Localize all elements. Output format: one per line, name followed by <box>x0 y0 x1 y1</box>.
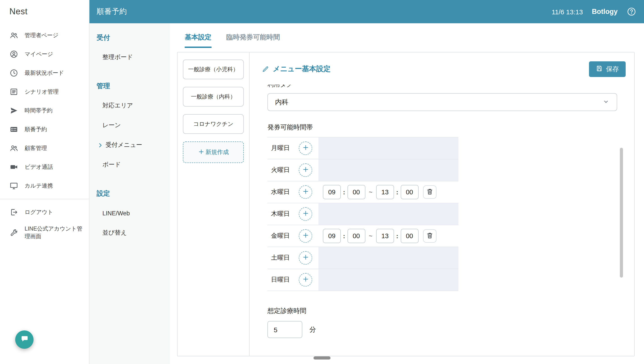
day-row-tuesday: 火曜日 <box>268 159 458 181</box>
app-window: Nest 管理者ページ マイページ 最新状況ボード シナリオ管理 時間帯予約 <box>0 0 644 364</box>
chat-bubble-icon <box>20 334 29 345</box>
plus-icon <box>302 232 309 240</box>
day-slot-area: : ~ : <box>318 225 458 247</box>
sidebar-item-video-call[interactable]: ビデオ通話 <box>0 158 89 176</box>
day-slot-area: : ~ : <box>318 181 458 203</box>
subnav-item-label: 受付メニュー <box>106 141 142 149</box>
from-minute-input[interactable] <box>347 229 365 243</box>
trash-icon <box>426 187 434 197</box>
sidebar-item-label: ビデオ通話 <box>24 163 53 171</box>
sidebar-item-label: 管理者ページ <box>24 32 58 39</box>
add-slot-button-tuesday[interactable] <box>299 163 312 177</box>
to-hour-input[interactable] <box>376 229 394 243</box>
day-slot-area <box>318 203 458 225</box>
wrench-icon <box>10 228 18 237</box>
list-icon <box>10 87 18 96</box>
sidebar-item-customer-management[interactable]: 顧客管理 <box>0 139 89 158</box>
day-slot-area <box>318 247 458 269</box>
subnav-heading-reception: 受付 <box>96 28 170 48</box>
subnav-item-response-area[interactable]: 対応エリア <box>96 96 170 115</box>
sidebar-item-label: 順番予約 <box>24 126 47 133</box>
add-slot-button-monday[interactable] <box>299 141 312 155</box>
person-circle-icon <box>10 50 18 59</box>
chevron-down-icon <box>602 98 610 106</box>
department-select[interactable]: 内科 <box>268 93 617 111</box>
from-hour-input[interactable] <box>323 229 341 243</box>
clock-icon <box>10 69 18 77</box>
primary-sidebar: Nest 管理者ページ マイページ 最新状況ボード シナリオ管理 時間帯予約 <box>0 0 90 364</box>
settings-panel: 一般診療（小児科） 一般診療（内科） コロナワクチン 新規作成 メニュー基本設定… <box>177 52 634 356</box>
tab-basic-settings[interactable]: 基本設定 <box>185 33 212 48</box>
delete-slot-button-friday[interactable] <box>423 229 436 243</box>
day-slot-area <box>318 159 458 181</box>
primary-nav: 管理者ページ マイページ 最新状況ボード シナリオ管理 時間帯予約 順番予約 <box>0 26 89 244</box>
chevron-right-icon <box>97 142 104 148</box>
day-label: 土曜日 <box>268 254 296 262</box>
subnav-item-sort[interactable]: 並び替え <box>96 223 170 243</box>
subnav-item-line-web[interactable]: LINE/Web <box>96 203 170 223</box>
menu-item-corona-vaccine[interactable]: コロナワクチン <box>183 114 244 134</box>
horizontal-scrollbar-thumb[interactable] <box>314 356 330 359</box>
sidebar-item-queue-reservation[interactable]: 順番予約 <box>0 120 89 139</box>
subnav-heading-settings: 設定 <box>96 184 170 203</box>
subnav-item-seiri-board[interactable]: 整理ボード <box>96 48 170 67</box>
sidebar-item-label: LINE公式アカウント管理画面 <box>24 225 83 240</box>
add-slot-button-thursday[interactable] <box>299 207 312 221</box>
create-new-menu-button[interactable]: 新規作成 <box>183 141 244 163</box>
app-logo: Nest <box>0 0 89 23</box>
plus-icon <box>302 210 309 218</box>
subnav-item-reception-menu[interactable]: 受付メニュー <box>96 135 170 155</box>
duration-row: 分 <box>268 321 617 338</box>
duration-input[interactable] <box>268 321 302 338</box>
subnav-heading-management: 管理 <box>96 76 170 96</box>
sidebar-item-karte-link[interactable]: カルテ連携 <box>0 176 89 195</box>
sidebar-item-status-board[interactable]: 最新状況ボード <box>0 64 89 82</box>
plus-icon <box>302 144 309 152</box>
from-minute-input[interactable] <box>347 185 365 199</box>
help-button[interactable] <box>626 7 636 17</box>
to-hour-input[interactable] <box>376 185 394 199</box>
save-button[interactable]: 保存 <box>589 61 626 77</box>
sidebar-item-label: 顧客管理 <box>24 144 47 152</box>
settings-scroll-area[interactable]: 利用タグ 内科 発券可能時間帯 月曜日 <box>268 85 617 356</box>
pencil-icon <box>262 65 269 73</box>
sidebar-divider <box>0 199 89 199</box>
delete-slot-button-wednesday[interactable] <box>423 185 436 199</box>
sidebar-item-label: 最新状況ボード <box>24 69 64 77</box>
day-label: 金曜日 <box>268 232 296 240</box>
time-colon: : <box>396 189 398 196</box>
send-icon <box>10 106 18 115</box>
subnav-item-lane[interactable]: レーン <box>96 115 170 135</box>
menu-item-pediatrics[interactable]: 一般診療（小児科） <box>183 60 244 79</box>
sidebar-item-line-account[interactable]: LINE公式アカウント管理画面 <box>0 222 89 244</box>
add-slot-button-wednesday[interactable] <box>299 185 312 199</box>
add-slot-button-friday[interactable] <box>299 229 312 243</box>
day-row-saturday: 土曜日 <box>268 247 458 269</box>
vertical-scrollbar-thumb[interactable] <box>620 148 623 278</box>
time-colon: : <box>343 232 345 240</box>
top-header-bar: 順番予約 11/6 13:13 Botlogy <box>90 0 644 23</box>
subnav-item-board[interactable]: ボード <box>96 155 170 174</box>
menu-item-internal-medicine[interactable]: 一般診療（内科） <box>183 87 244 107</box>
chat-fab-button[interactable] <box>15 330 34 349</box>
sidebar-item-timeslot-reservation[interactable]: 時間帯予約 <box>0 101 89 120</box>
save-icon <box>596 65 603 73</box>
help-icon <box>626 7 636 17</box>
logout-icon <box>10 208 18 217</box>
day-label: 木曜日 <box>268 210 296 218</box>
sidebar-item-my-page[interactable]: マイページ <box>0 45 89 64</box>
add-slot-button-sunday[interactable] <box>299 273 312 287</box>
to-minute-input[interactable] <box>400 229 418 243</box>
from-hour-input[interactable] <box>323 185 341 199</box>
header-datetime: 11/6 13:13 <box>552 8 583 16</box>
tab-temporary-ticketing[interactable]: 臨時発券可能時間 <box>226 33 280 48</box>
sidebar-item-logout[interactable]: ログアウト <box>0 203 89 222</box>
header-account-name: Botlogy <box>592 8 618 16</box>
sidebar-item-admin-page[interactable]: 管理者ページ <box>0 26 89 45</box>
sidebar-item-scenario-management[interactable]: シナリオ管理 <box>0 82 89 101</box>
day-label: 水曜日 <box>268 188 296 196</box>
to-minute-input[interactable] <box>400 185 418 199</box>
menu-list-column: 一般診療（小児科） 一般診療（内科） コロナワクチン 新規作成 <box>178 52 250 356</box>
day-label: 火曜日 <box>268 166 296 174</box>
add-slot-button-saturday[interactable] <box>299 251 312 265</box>
